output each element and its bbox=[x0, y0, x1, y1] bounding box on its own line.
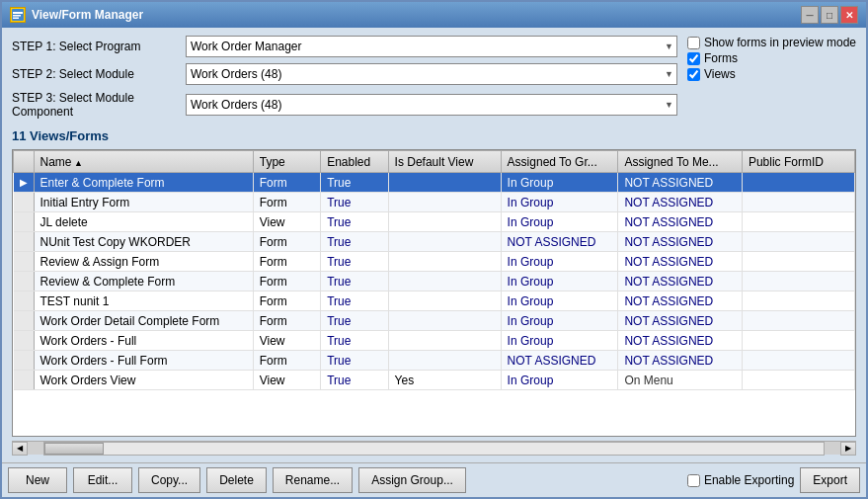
edit-button[interactable]: Edit... bbox=[73, 467, 132, 493]
row-indicator bbox=[14, 272, 35, 291]
enable-exporting-checkbox[interactable] bbox=[687, 474, 700, 487]
row-indicator: ▶ bbox=[14, 173, 35, 193]
row-type: View bbox=[253, 331, 320, 351]
row-assigned-menu: NOT ASSIGNED bbox=[618, 193, 742, 212]
step1-select[interactable]: Work Order Manager bbox=[186, 36, 677, 57]
table-row[interactable]: Work Orders ViewViewTrueYesIn GroupOn Me… bbox=[14, 371, 855, 390]
delete-button[interactable]: Delete bbox=[206, 467, 267, 493]
scroll-right-button[interactable]: ▶ bbox=[840, 442, 856, 456]
show-preview-label: Show forms in preview mode bbox=[704, 36, 856, 49]
new-button[interactable]: New bbox=[8, 467, 67, 493]
row-enabled: True bbox=[321, 272, 388, 291]
row-enabled: True bbox=[321, 371, 388, 390]
row-assigned-group: In Group bbox=[501, 272, 618, 291]
row-is-default bbox=[388, 311, 501, 331]
close-button[interactable]: ✕ bbox=[840, 6, 858, 24]
row-assigned-group: In Group bbox=[501, 193, 618, 212]
row-type: Form bbox=[253, 193, 320, 212]
row-enabled: True bbox=[321, 193, 388, 212]
row-assigned-group: In Group bbox=[501, 331, 618, 351]
minimize-button[interactable]: ─ bbox=[801, 6, 819, 24]
row-name: Work Orders - Full bbox=[34, 331, 253, 351]
row-assigned-menu: NOT ASSIGNED bbox=[618, 252, 742, 272]
assign-group-button[interactable]: Assign Group... bbox=[358, 467, 466, 493]
views-checkbox[interactable] bbox=[687, 68, 700, 81]
row-indicator bbox=[14, 232, 35, 252]
row-public-id bbox=[742, 173, 854, 193]
table-row[interactable]: Review & Assign FormFormTrueIn GroupNOT … bbox=[14, 252, 855, 272]
table-row[interactable]: TEST nunit 1FormTrueIn GroupNOT ASSIGNED bbox=[14, 291, 855, 311]
row-assigned-menu: NOT ASSIGNED bbox=[618, 232, 742, 252]
row-indicator bbox=[14, 351, 35, 371]
table-row[interactable]: Review & Complete FormFormTrueIn GroupNO… bbox=[14, 272, 855, 291]
row-assigned-group: In Group bbox=[501, 371, 618, 390]
row-is-default bbox=[388, 331, 501, 351]
step2-select[interactable]: Work Orders (48) bbox=[186, 63, 677, 85]
row-public-id bbox=[742, 252, 854, 272]
step3-select[interactable]: Work Orders (48) bbox=[186, 94, 677, 116]
col-is-default[interactable]: Is Default View bbox=[388, 151, 501, 173]
row-is-default bbox=[388, 351, 501, 371]
row-is-default: Yes bbox=[388, 371, 501, 390]
maximize-button[interactable]: □ bbox=[821, 6, 838, 24]
row-assigned-menu: NOT ASSIGNED bbox=[618, 351, 742, 371]
row-is-default bbox=[388, 291, 501, 311]
row-is-default bbox=[388, 193, 501, 212]
table-row[interactable]: Initial Entry FormFormTrueIn GroupNOT AS… bbox=[14, 193, 855, 212]
row-type: Form bbox=[253, 272, 320, 291]
row-enabled: True bbox=[321, 351, 388, 371]
col-name[interactable]: Name bbox=[34, 151, 253, 173]
table-row[interactable]: JL deleteViewTrueIn GroupNOT ASSIGNED bbox=[14, 212, 855, 232]
row-assigned-group: In Group bbox=[501, 311, 618, 331]
scrollbar-thumb[interactable] bbox=[44, 443, 104, 455]
col-type[interactable]: Type bbox=[253, 151, 320, 173]
row-is-default bbox=[388, 252, 501, 272]
col-enabled[interactable]: Enabled bbox=[321, 151, 388, 173]
row-indicator bbox=[14, 212, 35, 232]
row-name: JL delete bbox=[34, 212, 253, 232]
row-assigned-menu: NOT ASSIGNED bbox=[618, 173, 742, 193]
show-preview-checkbox[interactable] bbox=[687, 37, 700, 49]
copy-button[interactable]: Copy... bbox=[138, 467, 200, 493]
row-type: View bbox=[253, 212, 320, 232]
row-assigned-group: NOT ASSIGNED bbox=[501, 232, 618, 252]
rename-button[interactable]: Rename... bbox=[273, 467, 353, 493]
row-enabled: True bbox=[321, 173, 388, 193]
row-assigned-menu: NOT ASSIGNED bbox=[618, 331, 742, 351]
row-is-default bbox=[388, 212, 501, 232]
step1-select-wrapper: Work Order Manager bbox=[186, 36, 677, 57]
row-public-id bbox=[742, 272, 854, 291]
row-public-id bbox=[742, 212, 854, 232]
row-assigned-group: In Group bbox=[501, 291, 618, 311]
table-row[interactable]: ▶Enter & Complete FormFormTrueIn GroupNO… bbox=[14, 173, 855, 193]
row-type: Form bbox=[253, 173, 320, 193]
col-public-id[interactable]: Public FormID bbox=[742, 151, 854, 173]
forms-checkbox[interactable] bbox=[687, 52, 700, 65]
row-indicator bbox=[14, 331, 35, 351]
views-forms-table: Name Type Enabled Is Default View Assign… bbox=[13, 150, 855, 390]
table-row[interactable]: Work Orders - Full FormFormTrueNOT ASSIG… bbox=[14, 351, 855, 371]
row-public-id bbox=[742, 232, 854, 252]
main-window: View/Form Manager ─ □ ✕ STEP 1: Select P… bbox=[0, 0, 868, 499]
horizontal-scrollbar[interactable] bbox=[43, 442, 825, 456]
bottom-bar: New Edit... Copy... Delete Rename... Ass… bbox=[2, 462, 866, 497]
scroll-left-button[interactable]: ◀ bbox=[12, 442, 28, 456]
row-assigned-menu: NOT ASSIGNED bbox=[618, 291, 742, 311]
svg-rect-2 bbox=[13, 15, 21, 17]
row-public-id bbox=[742, 291, 854, 311]
row-assigned-menu: NOT ASSIGNED bbox=[618, 272, 742, 291]
row-enabled: True bbox=[321, 212, 388, 232]
table-row[interactable]: Work Orders - FullViewTrueIn GroupNOT AS… bbox=[14, 331, 855, 351]
row-name: Work Orders - Full Form bbox=[34, 351, 253, 371]
col-assigned-group[interactable]: Assigned To Gr... bbox=[501, 151, 618, 173]
table-container[interactable]: Name Type Enabled Is Default View Assign… bbox=[12, 149, 856, 437]
col-indicator bbox=[14, 151, 35, 173]
table-row[interactable]: NUnit Test Copy WKORDERFormTrueNOT ASSIG… bbox=[14, 232, 855, 252]
col-assigned-menu[interactable]: Assigned To Me... bbox=[618, 151, 742, 173]
row-is-default bbox=[388, 232, 501, 252]
step1-label: STEP 1: Select Program bbox=[12, 40, 180, 53]
forms-label: Forms bbox=[704, 51, 738, 65]
step2-select-wrapper: Work Orders (48) bbox=[186, 63, 677, 85]
export-button[interactable]: Export bbox=[800, 467, 860, 493]
table-row[interactable]: Work Order Detail Complete FormFormTrueI… bbox=[14, 311, 855, 331]
